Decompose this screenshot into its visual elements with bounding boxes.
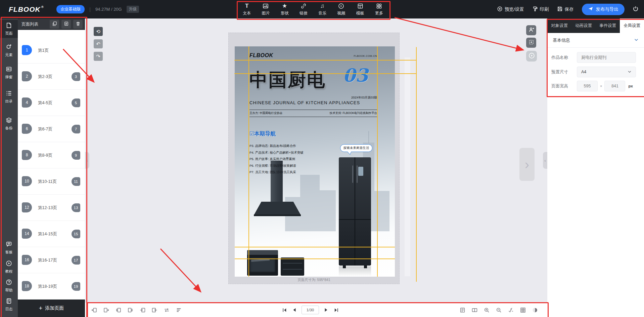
undo-button[interactable]: ↶: [94, 39, 103, 48]
thumbnail-view-button[interactable]: [460, 307, 465, 313]
rail-item-help[interactable]: 帮助: [0, 277, 18, 295]
basic-info-section-header[interactable]: 基本信息: [547, 33, 644, 48]
tab-global-settings[interactable]: 全局设置: [620, 18, 644, 33]
save-button[interactable]: 保存: [557, 6, 574, 13]
tool-shape[interactable]: ★ 形状: [275, 0, 294, 18]
tool-music[interactable]: ♫ 音乐: [313, 0, 332, 18]
tab-event-settings[interactable]: 事件设置: [596, 18, 620, 33]
preset-size-select[interactable]: A4: [577, 67, 636, 77]
page-workspace[interactable]: FLBOOK FLBOOK.COM.CN 中国厨电 03 202X年03月第03…: [228, 33, 400, 284]
page-indicator-input[interactable]: [302, 306, 319, 314]
collapse-right-panel-tab[interactable]: ‹: [543, 152, 547, 169]
cover-page[interactable]: FLBOOK FLBOOK.COM.CN 中国厨电 03 202X年03月第03…: [235, 46, 395, 277]
print-button[interactable]: 印刷: [532, 6, 549, 13]
plan-badge[interactable]: 企业基础版: [56, 5, 85, 13]
tab-object-settings[interactable]: 对象设置: [547, 18, 571, 33]
paste-page-button[interactable]: [61, 20, 71, 29]
spread-view-button[interactable]: [472, 307, 477, 313]
copy-page-button[interactable]: [50, 20, 59, 29]
swap-pages-button[interactable]: [164, 307, 170, 313]
exit-power-button[interactable]: [633, 6, 639, 13]
page-item-4-5[interactable]: 4 第4-5页 5: [18, 90, 85, 116]
page-item-1[interactable]: 1 第1页: [18, 37, 85, 64]
work-name-input[interactable]: [577, 52, 636, 63]
play-preview-button[interactable]: [526, 51, 537, 62]
page-number-pill: 13: [72, 203, 80, 212]
guide-line-vertical: [416, 47, 417, 282]
page-item-14-15[interactable]: 14 第14-15页 15: [18, 221, 85, 247]
tool-video[interactable]: 视频: [332, 0, 351, 18]
skyline-building: [320, 190, 336, 231]
insert-page-before-button[interactable]: [91, 307, 97, 313]
rail-item-tutorial[interactable]: 教程: [0, 258, 18, 276]
copy-page-before-button[interactable]: [116, 307, 121, 313]
oven-control-panel: [247, 250, 278, 255]
collapse-left-panel-tab[interactable]: ‹: [85, 152, 89, 169]
publish-export-button[interactable]: 发布与导出: [582, 4, 625, 15]
grid-button[interactable]: [520, 307, 526, 313]
tool-template[interactable]: 模板: [351, 0, 370, 18]
first-page-button[interactable]: [281, 307, 287, 313]
tool-text[interactable]: T 文本: [237, 0, 256, 18]
fridge-display: [358, 167, 363, 176]
paper-plane-icon: [588, 6, 593, 12]
dark-mode-button[interactable]: [532, 307, 538, 313]
move-page-right-button[interactable]: [152, 307, 157, 313]
play-icon: [528, 52, 535, 60]
rail-item-backup[interactable]: 备份: [0, 115, 18, 133]
page-sort-button[interactable]: [176, 307, 182, 313]
page-width-input[interactable]: [577, 81, 598, 91]
page-item-18-19[interactable]: 18 第18-19页 19: [18, 273, 85, 300]
dishwasher: [281, 257, 304, 276]
page-item-6-7[interactable]: 6 第6-7页 7: [18, 116, 85, 142]
tool-image[interactable]: 图片: [256, 0, 275, 18]
rail-item-support[interactable]: 客服: [0, 239, 18, 257]
page-item-10-11[interactable]: 10 第10-11页 11: [18, 168, 85, 195]
separator: |: [89, 7, 91, 12]
settings-tabs: 对象设置 动画设置 事件设置 全局设置: [547, 18, 644, 33]
flbook-logo: FLBOOK®: [9, 5, 44, 13]
redo-button[interactable]: ↷: [94, 52, 103, 61]
delete-page-button[interactable]: [73, 20, 83, 29]
tool-more[interactable]: 更多: [370, 0, 388, 18]
popup-window-icon: [6, 66, 12, 74]
tab-animation-settings[interactable]: 动画设置: [571, 18, 596, 33]
rail-item-log[interactable]: 日志: [0, 295, 18, 314]
preview-settings-button[interactable]: 预览/设置: [497, 6, 524, 13]
page-number-pill: 10: [22, 176, 32, 186]
page-item-12-13[interactable]: 12 第12-13页 13: [18, 195, 85, 221]
history-icon: ⟲: [96, 29, 100, 35]
history-button[interactable]: ⟲: [94, 27, 103, 36]
zoom-out-button[interactable]: [496, 307, 502, 313]
tool-link[interactable]: 链接: [294, 0, 313, 18]
more-icon: [376, 3, 382, 9]
previous-page-button[interactable]: [291, 307, 297, 313]
last-page-button[interactable]: [333, 307, 339, 313]
move-page-left-button[interactable]: [140, 307, 145, 313]
upgrade-badge[interactable]: 升级: [127, 6, 139, 13]
page-item-2-3[interactable]: 2 第2-3页 3: [18, 64, 85, 90]
add-to-template-button[interactable]: [526, 38, 536, 48]
insert-page-after-button[interactable]: [103, 307, 109, 313]
rail-item-popup[interactable]: 弹窗: [0, 64, 18, 82]
nav-item: P7. 员工天地: 团队活动/员工风采: [249, 169, 304, 175]
collaborator-button[interactable]: [526, 25, 536, 35]
page-item-8-9[interactable]: 8 第8-9页 9: [18, 142, 85, 168]
print-roller-icon: [532, 6, 538, 13]
zoom-in-button[interactable]: [484, 307, 490, 313]
ruler-guides-button[interactable]: [508, 307, 514, 313]
page-number-pill: 3: [72, 72, 80, 81]
page-number-pill: 18: [22, 281, 32, 291]
next-page-nav-button[interactable]: [323, 307, 329, 313]
rail-item-elements[interactable]: 元素: [0, 41, 18, 60]
page-height-input[interactable]: [604, 81, 625, 91]
rail-item-toc[interactable]: 目录: [0, 88, 18, 106]
page-item-16-17[interactable]: 16 第16-17页 17: [18, 247, 85, 273]
editor-canvas[interactable]: ⟲ ↶ ↷: [85, 18, 547, 303]
add-page-button[interactable]: + 添加页面: [18, 300, 85, 317]
next-page-button[interactable]: ›: [519, 148, 535, 181]
fridge-handle: [357, 165, 358, 183]
copy-page-after-button[interactable]: [128, 307, 133, 313]
rail-item-pages[interactable]: 页面: [0, 20, 18, 38]
checkbox-icon: ☑: [249, 131, 254, 136]
